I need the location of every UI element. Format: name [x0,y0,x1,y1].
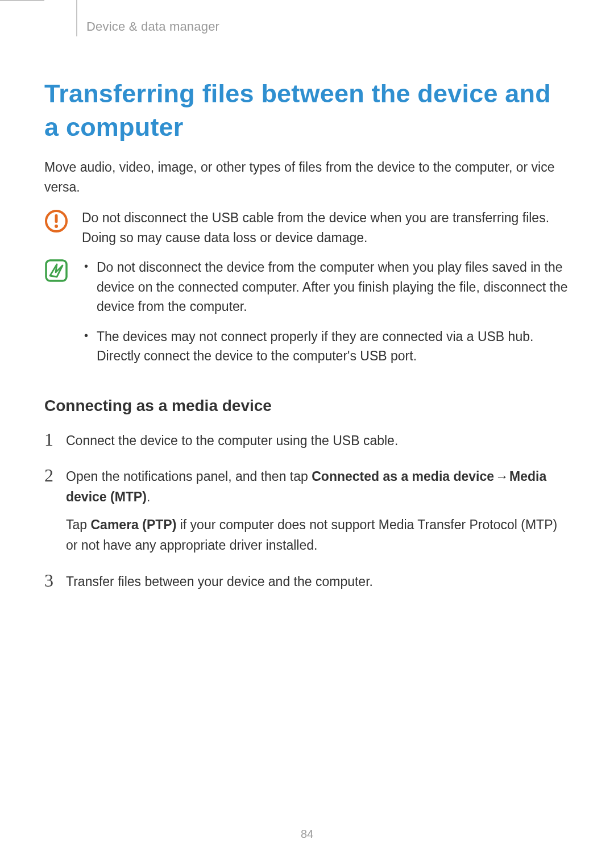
breadcrumb: Device & data manager [86,19,219,34]
step-item: 1 Connect the device to the computer usi… [44,430,570,451]
step-number: 2 [44,466,66,485]
header-rule-horizontal [0,0,44,1]
note-bullet-list: Do not disconnect the device from the co… [82,258,570,366]
warning-icon [44,209,70,233]
step-text: Connect the device to the computer using… [66,430,570,451]
step-item: 2 Open the notifications panel, and then… [44,466,570,556]
note-bullet-item: Do not disconnect the device from the co… [82,258,570,317]
note-bullet-item: The devices may not connect properly if … [82,327,570,366]
page-number: 84 [0,828,614,841]
page-title: Transferring files between the device an… [44,77,570,144]
step-text: Transfer files between your device and t… [66,571,570,592]
step-text: Open the notifications panel, and then t… [66,466,570,556]
svg-rect-1 [55,214,58,223]
note-icon [44,259,70,283]
intro-paragraph: Move audio, video, image, or other types… [44,157,570,197]
arrow-icon: → [494,467,509,487]
section-heading: Connecting as a media device [44,397,570,415]
step-item: 3 Transfer files between your device and… [44,571,570,592]
header-rule-vertical [76,0,77,36]
svg-point-2 [55,225,58,228]
step-number: 3 [44,571,66,591]
step-number: 1 [44,430,66,450]
warning-text: Do not disconnect the USB cable from the… [82,208,570,247]
